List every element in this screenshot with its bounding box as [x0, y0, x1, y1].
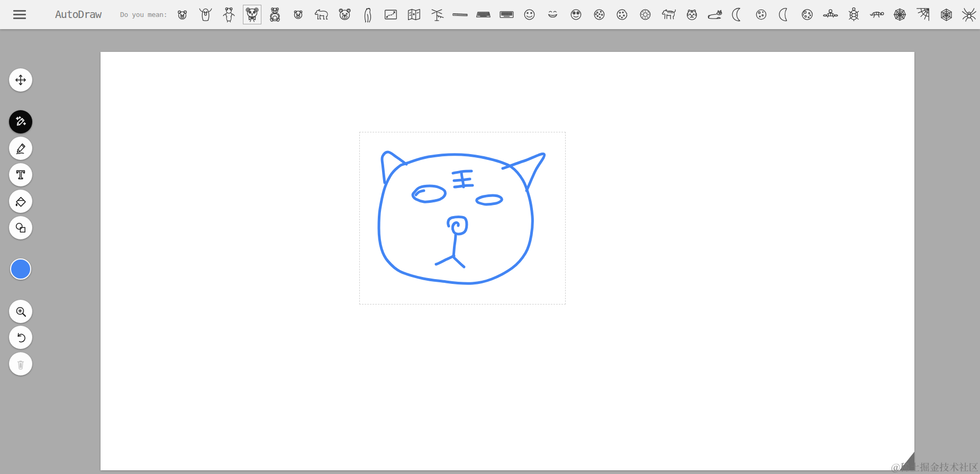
suggestion-turtle-28[interactable]	[819, 0, 842, 29]
suggestion-polar-bear-8[interactable]	[356, 0, 379, 29]
cat-lying-icon	[706, 6, 723, 23]
polar-bear-standing-icon	[359, 6, 376, 23]
cat-doodle	[101, 52, 914, 470]
trash-icon	[14, 357, 27, 370]
suggestion-keyboard-13[interactable]	[472, 0, 495, 29]
suggestion-smiley-15[interactable]	[518, 0, 541, 29]
suggestion-teddy-bear-2[interactable]	[217, 0, 240, 29]
autodraw-tool-button[interactable]	[9, 110, 32, 133]
suggestion-moon-26[interactable]	[773, 0, 796, 29]
treasure-map-icon	[382, 6, 400, 23]
bear-walking-icon	[313, 6, 330, 23]
tiger-walking-icon	[660, 6, 677, 23]
suggestion-teddy-bear-4[interactable]	[264, 0, 287, 29]
autodraw-app: { "window": { "width": 1852, "height": 8…	[0, 0, 980, 474]
suggestion-moon-25[interactable]	[749, 0, 773, 29]
suggestion-bear-6[interactable]	[310, 0, 333, 29]
suggestion-spider-web-33[interactable]	[934, 0, 958, 29]
drawing-canvas[interactable]	[101, 52, 914, 470]
page-fold-corner	[900, 452, 914, 470]
suggestion-spider-web-32[interactable]	[912, 0, 935, 29]
polar-bear-head-icon	[289, 6, 307, 23]
turtle-top-icon	[845, 6, 863, 23]
spider-icon	[960, 6, 978, 23]
suggestion-bear-0[interactable]	[171, 0, 194, 29]
bear-head-tiny-icon	[174, 6, 191, 23]
teddy-sitting-icon	[266, 6, 284, 23]
suggestion-teddy-bear-3[interactable]	[240, 0, 264, 29]
shape-tool-button[interactable]	[9, 216, 32, 239]
spiderweb-round-icon	[891, 6, 909, 23]
suggestion-polar-bear-5[interactable]	[287, 0, 310, 29]
crescent-thick-icon	[775, 6, 793, 23]
keyboard-3d-icon	[475, 6, 492, 23]
tiger-face-icon	[683, 6, 701, 23]
grin-icon	[544, 6, 561, 23]
suggestion-moon-27[interactable]	[796, 0, 819, 29]
type-tool-button[interactable]	[9, 163, 32, 186]
spiderweb-corner-icon	[914, 6, 932, 23]
folded-map-icon	[405, 6, 423, 23]
full-moon-icon	[798, 6, 816, 23]
suggestion-moon-24[interactable]	[727, 0, 750, 29]
suggestion-spider-web-31[interactable]	[888, 0, 912, 29]
teddy-bow-face-icon	[243, 6, 261, 23]
bear-arms-up-icon	[197, 6, 214, 23]
suggestion-tiger-21[interactable]	[657, 0, 680, 29]
smiley-icon	[521, 6, 538, 23]
moon-craters-icon	[752, 6, 770, 23]
menu-icon[interactable]	[13, 10, 26, 19]
suggestion-cat-23[interactable]	[703, 0, 727, 29]
cookie-bite-icon	[613, 6, 631, 23]
suggestion-donut-20[interactable]	[634, 0, 657, 29]
suggestion-smile-16[interactable]	[541, 0, 565, 29]
magic-pencil-icon	[14, 115, 27, 128]
suggestion-map-9[interactable]	[379, 0, 403, 29]
keyboard-flat-icon	[498, 6, 515, 23]
select-tool-button[interactable]	[9, 68, 32, 92]
top-bar: AutoDraw Do you mean:	[0, 0, 980, 29]
suggestion-cookie-19[interactable]	[611, 0, 634, 29]
suggestion-ruler-12[interactable]	[449, 0, 472, 29]
crescent-thin-icon	[729, 6, 747, 23]
turtle-side-icon	[868, 6, 885, 23]
app-title: AutoDraw	[55, 0, 101, 29]
donut-icon	[637, 6, 654, 23]
suggestion-bear-1[interactable]	[194, 0, 217, 29]
railroad-crossing-icon	[428, 6, 446, 23]
spiderweb-hex-icon	[938, 6, 955, 23]
suggestion-spider-34[interactable]	[958, 0, 980, 29]
text-icon	[14, 168, 27, 181]
zoom-icon	[14, 305, 27, 318]
suggestions-label: Do you mean:	[120, 0, 167, 29]
suggestion-tiger-22[interactable]	[680, 0, 703, 29]
pencil-icon	[14, 142, 27, 155]
smiley-eyes-icon	[567, 6, 585, 23]
suggestion-turtle-30[interactable]	[865, 0, 888, 29]
turtle-front-icon	[822, 6, 839, 23]
teddy-standing-icon	[220, 6, 238, 23]
undo-tool-button[interactable]	[9, 326, 32, 349]
fill-icon	[14, 195, 27, 208]
suggestion-turtle-29[interactable]	[842, 0, 865, 29]
suggestion-keyboard-14[interactable]	[495, 0, 518, 29]
undo-icon	[14, 331, 27, 344]
zoom-tool-button[interactable]	[9, 300, 32, 323]
cookie-icon	[591, 6, 608, 23]
suggestion-strip	[171, 0, 980, 29]
suggestion-railroad-crossing-11[interactable]	[425, 0, 449, 29]
shape-icon	[14, 221, 27, 234]
suggestion-smiley-17[interactable]	[564, 0, 587, 29]
suggestion-bear-7[interactable]	[333, 0, 356, 29]
move-icon	[14, 74, 27, 86]
suggestion-cookie-18[interactable]	[587, 0, 611, 29]
draw-tool-button[interactable]	[9, 137, 32, 160]
suggestion-map-10[interactable]	[402, 0, 425, 29]
ruler-icon	[451, 6, 469, 23]
color-tool-button[interactable]	[10, 258, 31, 280]
fill-tool-button[interactable]	[9, 190, 32, 213]
delete-tool-button[interactable]	[9, 352, 32, 375]
bear-face-icon	[336, 6, 353, 23]
